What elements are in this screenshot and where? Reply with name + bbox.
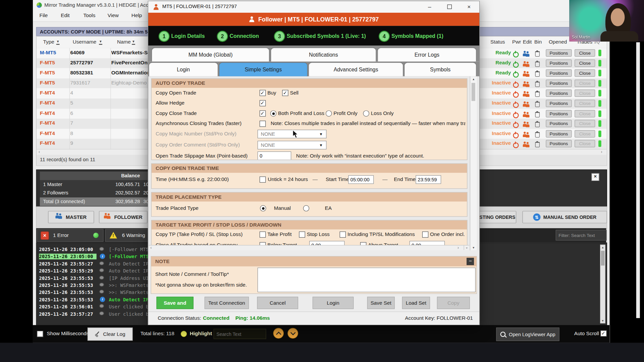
power-icon[interactable]: [513, 142, 519, 148]
open-logviewer-button[interactable]: Open LogViewer App: [496, 327, 559, 341]
menu-tools[interactable]: Tools: [84, 13, 96, 18]
settings-hscrollbar[interactable]: ‹ › ⌄: [149, 245, 469, 250]
auto-scroll-checkbox[interactable]: [600, 330, 606, 337]
tab-advanced-settings[interactable]: Advanced Settings: [309, 62, 404, 76]
buy-checkbox[interactable]: [260, 90, 266, 96]
slippage-input[interactable]: [258, 152, 291, 160]
close-button[interactable]: Close: [575, 120, 595, 127]
edit-users-icon[interactable]: [523, 81, 530, 87]
menu-file[interactable]: File: [40, 13, 48, 18]
trash-icon[interactable]: [535, 102, 540, 107]
edit-users-icon[interactable]: [523, 122, 530, 127]
one-order-checkbox[interactable]: [422, 232, 428, 238]
col-opened[interactable]: Opened: [549, 39, 567, 45]
copy-button[interactable]: Copy: [437, 297, 470, 309]
edit-users-icon[interactable]: [523, 142, 530, 147]
power-icon[interactable]: [513, 132, 519, 138]
magic-number-dropdown[interactable]: NONE ▼: [258, 130, 327, 138]
loss-only-radio[interactable]: [363, 110, 369, 116]
search-down-button[interactable]: [287, 328, 298, 339]
close-button[interactable]: Close: [575, 110, 595, 117]
close-button[interactable]: Close: [575, 140, 595, 147]
login-button[interactable]: Login: [313, 297, 354, 309]
trash-icon[interactable]: [535, 71, 540, 77]
tab-symbols[interactable]: Symbols: [404, 62, 477, 76]
start-time-input[interactable]: [348, 175, 374, 184]
edit-users-icon[interactable]: [523, 51, 530, 57]
positions-button[interactable]: Positions: [546, 120, 572, 127]
tab-notifications[interactable]: Notifications: [271, 48, 376, 62]
power-icon[interactable]: [513, 102, 519, 108]
edit-users-icon[interactable]: [523, 132, 530, 137]
edit-users-icon[interactable]: [523, 101, 530, 107]
power-icon[interactable]: [513, 52, 519, 57]
close-button[interactable]: Close: [575, 79, 595, 87]
power-icon[interactable]: [513, 122, 519, 128]
log-search-input[interactable]: [214, 329, 266, 339]
close-button[interactable]: Close: [575, 100, 595, 107]
filter-input[interactable]: [556, 230, 607, 241]
trash-icon[interactable]: [535, 122, 540, 127]
take-profit-checkbox[interactable]: [260, 232, 266, 238]
manual-radio[interactable]: [260, 205, 266, 211]
power-icon[interactable]: [513, 72, 519, 78]
menu-edit[interactable]: Edit: [61, 13, 69, 18]
col-username[interactable]: Username: [73, 39, 97, 45]
async-closing-checkbox[interactable]: [260, 121, 266, 127]
trash-icon[interactable]: [535, 81, 540, 87]
trash-icon[interactable]: [535, 61, 540, 67]
minimize-button[interactable]: –: [420, 1, 439, 12]
power-icon[interactable]: [513, 62, 519, 67]
positions-button[interactable]: Positions: [546, 130, 572, 137]
trash-icon[interactable]: [535, 132, 540, 137]
close-button[interactable]: ×: [460, 1, 478, 12]
power-icon[interactable]: [513, 82, 519, 88]
follower-button[interactable]: FOLLOWER: [99, 211, 147, 223]
profit-only-radio[interactable]: [326, 110, 332, 116]
filter-icon[interactable]: ▼: [132, 40, 135, 45]
col-status[interactable]: Status: [490, 39, 505, 45]
including-tpsl-checkbox[interactable]: [340, 232, 346, 238]
trash-icon[interactable]: [535, 51, 540, 57]
note-textarea[interactable]: [258, 267, 476, 292]
show-milliseconds-checkbox[interactable]: [37, 331, 43, 337]
edit-users-icon[interactable]: [523, 112, 530, 117]
power-icon[interactable]: [513, 92, 519, 98]
save-set-button[interactable]: Save Set: [367, 297, 395, 309]
positions-button[interactable]: Positions: [546, 69, 572, 77]
panel-close-icon[interactable]: ×: [591, 173, 599, 181]
untick-24h-checkbox[interactable]: [260, 177, 266, 183]
edit-users-icon[interactable]: [523, 61, 530, 67]
end-time-input[interactable]: [416, 175, 441, 184]
stop-loss-checkbox[interactable]: [299, 232, 305, 238]
menu-view[interactable]: View: [108, 13, 119, 18]
order-comment-dropdown[interactable]: NONE ▼: [258, 141, 327, 149]
collapse-icon[interactable]: −: [467, 258, 474, 265]
edit-users-icon[interactable]: [523, 91, 530, 97]
filter-icon[interactable]: ▼: [99, 40, 102, 45]
save-and-close-button[interactable]: Save and Close: [157, 297, 194, 309]
master-button[interactable]: MASTER: [48, 211, 94, 223]
search-up-button[interactable]: [273, 328, 284, 339]
tab-simple-settings[interactable]: Simple Settings: [219, 62, 308, 76]
manual-send-order-button[interactable]: ⇅ MANUAL SEND ORDER: [523, 211, 607, 223]
close-button[interactable]: Close: [575, 130, 595, 137]
positions-button[interactable]: Positions: [546, 140, 572, 147]
close-button[interactable]: Close: [575, 59, 595, 67]
sell-checkbox[interactable]: [282, 90, 288, 96]
trash-icon[interactable]: [535, 142, 540, 147]
positions-button[interactable]: Positions: [546, 100, 572, 107]
positions-button[interactable]: Positions: [546, 89, 572, 97]
close-button[interactable]: Close: [575, 69, 595, 77]
test-connection-button[interactable]: Test Connection: [205, 297, 249, 309]
maximize-button[interactable]: [440, 1, 459, 12]
positions-button[interactable]: Positions: [546, 59, 572, 67]
cancel-button[interactable]: Cancel: [257, 297, 298, 309]
positions-button[interactable]: Positions: [546, 110, 572, 117]
error-tab[interactable]: × 1 Error: [37, 229, 103, 242]
col-type[interactable]: Type: [43, 39, 54, 45]
col-bin[interactable]: Bin: [534, 39, 542, 45]
both-pl-radio[interactable]: [270, 110, 276, 116]
close-button[interactable]: Close: [575, 49, 595, 57]
dialog-titlebar[interactable]: MT5 | FOLLOWER-01 | 25772797 – ×: [148, 1, 479, 13]
